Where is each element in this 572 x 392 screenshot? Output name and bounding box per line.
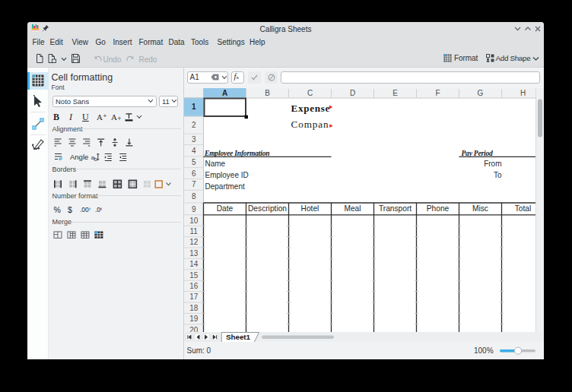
svg-text:4: 4: [192, 146, 196, 154]
svg-text:12: 12: [189, 238, 199, 246]
svg-text:13: 13: [189, 248, 199, 257]
svg-text:9: 9: [192, 204, 196, 213]
svg-text:Misc: Misc: [472, 204, 488, 213]
svg-text:Hotel: Hotel: [301, 204, 319, 213]
svg-text:.0: .0: [95, 205, 100, 213]
svg-text:Date: Date: [217, 204, 234, 213]
svg-text:Compan: Compan: [291, 118, 329, 129]
svg-text:20: 20: [189, 325, 199, 331]
svg-text:19: 19: [189, 315, 199, 323]
svg-text:G: G: [478, 88, 484, 96]
svg-text:Phone: Phone: [427, 204, 450, 213]
svg-text:D: D: [350, 88, 355, 96]
svg-text:Transport: Transport: [379, 204, 412, 213]
svg-text:Total: Total: [515, 204, 532, 213]
svg-text:Employee ID: Employee ID: [205, 171, 249, 179]
svg-text:2: 2: [192, 121, 196, 129]
svg-text:16: 16: [189, 281, 199, 289]
svg-text:Description: Description: [248, 204, 287, 213]
svg-text:Employee Information: Employee Information: [204, 150, 269, 157]
svg-text:From: From: [484, 160, 501, 168]
svg-text:7: 7: [192, 180, 196, 188]
svg-text:b: b: [94, 156, 97, 163]
svg-text:.00: .00: [80, 205, 89, 213]
svg-text:5: 5: [192, 157, 196, 166]
svg-text:10: 10: [189, 216, 199, 224]
svg-text:C: C: [307, 88, 313, 96]
svg-text:$: $: [68, 204, 72, 213]
svg-text:Department: Department: [205, 182, 245, 190]
svg-text:Meal: Meal: [344, 204, 361, 213]
svg-text:18: 18: [189, 303, 199, 311]
svg-text:H: H: [520, 88, 526, 96]
svg-text:8: 8: [192, 192, 196, 201]
svg-text:1: 1: [192, 103, 196, 111]
svg-text:F: F: [435, 88, 440, 96]
svg-text:To: To: [494, 171, 502, 179]
svg-text:14: 14: [189, 260, 199, 268]
svg-text:B: B: [265, 88, 270, 96]
svg-text:3: 3: [192, 134, 196, 143]
svg-text:17: 17: [189, 292, 199, 301]
svg-text:11: 11: [190, 226, 199, 235]
svg-text:15: 15: [189, 270, 199, 279]
svg-text:A: A: [222, 88, 227, 96]
svg-text:E: E: [392, 88, 398, 96]
svg-text:Expense: Expense: [291, 102, 330, 113]
svg-text:Sheet1: Sheet1: [226, 333, 251, 341]
svg-text:6: 6: [192, 169, 196, 177]
svg-text:Pay Period: Pay Period: [462, 150, 493, 157]
svg-text:%: %: [54, 204, 61, 213]
svg-text:Name: Name: [205, 160, 226, 168]
